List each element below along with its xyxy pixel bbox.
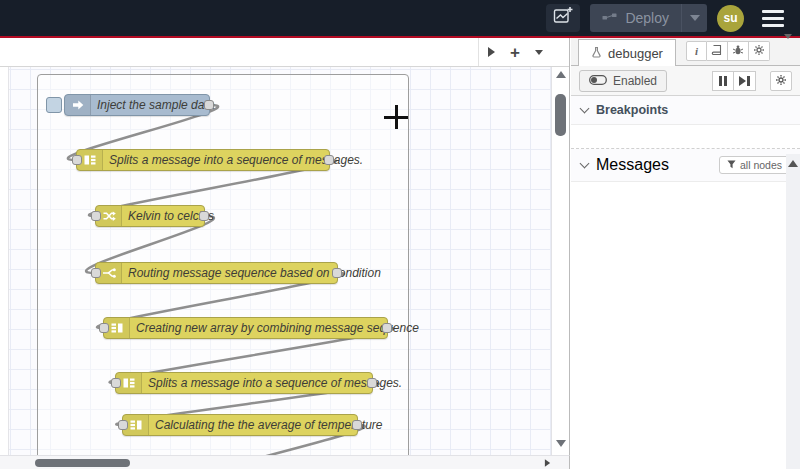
scroll-up-icon[interactable] bbox=[556, 71, 566, 78]
change-node[interactable]: Kelvin to celcius bbox=[95, 205, 205, 227]
add-flow-button[interactable]: + bbox=[503, 38, 527, 66]
chevron-down-icon bbox=[690, 15, 700, 21]
header-bar: Deploy su bbox=[0, 0, 800, 36]
messages-label: Messages bbox=[596, 156, 669, 174]
split-node[interactable]: Splits a message into a sequence of mess… bbox=[76, 149, 330, 171]
tab-scroll-right-button[interactable] bbox=[479, 38, 503, 66]
bug-icon bbox=[732, 44, 744, 58]
right-sidebar: debugger i bbox=[571, 38, 800, 469]
main-menu-button[interactable] bbox=[758, 6, 788, 30]
tab-debugger-label: debugger bbox=[608, 46, 663, 61]
chevron-down-icon bbox=[535, 50, 543, 55]
input-port[interactable] bbox=[99, 323, 109, 333]
join-node[interactable]: Calculating the the average of temperatu… bbox=[122, 414, 358, 436]
step-button[interactable] bbox=[734, 71, 756, 91]
info-icon: i bbox=[695, 45, 698, 57]
user-avatar[interactable]: su bbox=[717, 5, 744, 32]
inject-trigger-button[interactable] bbox=[46, 97, 62, 113]
chevron-down-icon bbox=[580, 104, 590, 114]
output-port[interactable] bbox=[352, 420, 362, 430]
switch-node[interactable]: Routing message sequence based on condit… bbox=[95, 262, 338, 284]
gear-icon bbox=[753, 44, 765, 58]
breakpoints-empty-list bbox=[571, 125, 800, 149]
canvas-horizontal-scrollbar[interactable] bbox=[0, 455, 570, 469]
tab-debugger[interactable]: debugger bbox=[578, 39, 676, 66]
debugger-enabled-toggle[interactable]: Enabled bbox=[579, 70, 667, 92]
enabled-label: Enabled bbox=[613, 74, 657, 88]
input-port[interactable] bbox=[72, 155, 82, 165]
flow-workspace: + Inject the sample dataSplits a message… bbox=[0, 38, 570, 469]
flow-assistant-button[interactable] bbox=[546, 4, 580, 32]
output-port[interactable] bbox=[382, 323, 392, 333]
scroll-right-icon[interactable] bbox=[545, 459, 550, 467]
pause-button[interactable] bbox=[712, 71, 734, 91]
output-port[interactable] bbox=[204, 100, 214, 110]
filter-label: all nodes bbox=[740, 159, 782, 171]
debugger-toolbar: Enabled bbox=[571, 66, 800, 96]
tab-debug-button[interactable] bbox=[728, 41, 749, 61]
wire-layer bbox=[0, 67, 552, 455]
message-filter-button[interactable]: all nodes bbox=[719, 156, 790, 174]
inject-arrow-icon bbox=[65, 95, 91, 115]
tab-info-button[interactable]: i bbox=[686, 41, 707, 61]
output-port[interactable] bbox=[332, 268, 342, 278]
plus-icon: + bbox=[510, 44, 520, 61]
messages-section-header[interactable]: Messages all nodes bbox=[571, 149, 800, 182]
deploy-options-button[interactable] bbox=[681, 4, 707, 32]
book-icon bbox=[711, 44, 723, 58]
arrow-right-icon bbox=[488, 47, 495, 57]
input-port[interactable] bbox=[91, 211, 101, 221]
inject-node[interactable]: Inject the sample data bbox=[64, 94, 210, 116]
chart-sparkle-icon bbox=[552, 5, 574, 31]
tab-help-button[interactable] bbox=[707, 41, 728, 61]
chevron-down-icon bbox=[784, 34, 792, 56]
toggle-on-icon bbox=[589, 74, 607, 88]
sidebar-tab-bar: debugger i bbox=[571, 38, 800, 66]
tab-config-button[interactable] bbox=[749, 41, 770, 61]
node-label: Routing message sequence based on condit… bbox=[122, 266, 387, 280]
output-port[interactable] bbox=[199, 211, 209, 221]
input-port[interactable] bbox=[118, 420, 128, 430]
input-port[interactable] bbox=[91, 268, 101, 278]
sidebar-tab-menu-button[interactable] bbox=[784, 39, 792, 57]
flask-icon bbox=[591, 46, 602, 61]
horizontal-scroll-thumb[interactable] bbox=[35, 459, 130, 467]
flow-canvas[interactable]: Inject the sample dataSplits a message i… bbox=[0, 67, 552, 455]
deploy-label: Deploy bbox=[625, 10, 669, 26]
debugger-settings-button[interactable] bbox=[770, 71, 792, 91]
breakpoints-label: Breakpoints bbox=[596, 103, 668, 117]
node-label: Creating new array by combining message … bbox=[130, 321, 425, 335]
node-label: Inject the sample data bbox=[91, 98, 220, 112]
gear-icon bbox=[775, 72, 787, 90]
canvas-vertical-scrollbar[interactable] bbox=[551, 67, 569, 455]
pause-icon bbox=[719, 76, 727, 86]
scroll-up-icon[interactable] bbox=[788, 160, 798, 167]
input-port[interactable] bbox=[111, 378, 121, 388]
deploy-icon bbox=[602, 10, 617, 26]
deploy-button[interactable]: Deploy bbox=[590, 4, 707, 32]
flow-list-button[interactable] bbox=[527, 38, 551, 66]
hamburger-icon bbox=[762, 10, 784, 13]
funnel-icon bbox=[727, 159, 736, 171]
output-port[interactable] bbox=[367, 378, 377, 388]
split-node[interactable]: Splits a message into a sequence of mess… bbox=[115, 372, 373, 394]
output-port[interactable] bbox=[324, 155, 334, 165]
scroll-down-icon[interactable] bbox=[556, 440, 566, 447]
step-forward-icon bbox=[739, 76, 750, 86]
vertical-scroll-thumb[interactable] bbox=[555, 94, 566, 136]
flow-tab-strip: + bbox=[0, 38, 569, 67]
chevron-down-icon bbox=[580, 159, 590, 169]
breakpoints-section-header[interactable]: Breakpoints bbox=[571, 96, 800, 125]
sidebar-scrollbar[interactable] bbox=[786, 154, 800, 469]
join-node[interactable]: Creating new array by combining message … bbox=[103, 317, 388, 339]
debugger-panel: Breakpoints Messages all nodes bbox=[571, 96, 800, 469]
